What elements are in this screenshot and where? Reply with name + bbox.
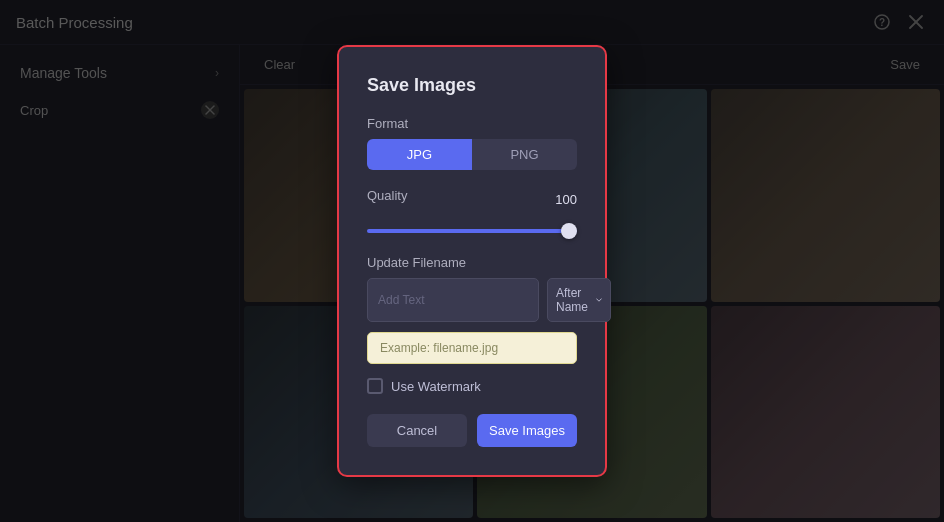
- after-name-select[interactable]: After Name: [547, 278, 611, 322]
- jpg-button[interactable]: JPG: [367, 139, 472, 170]
- app-window: Batch Processing ? Manage Tools ›: [0, 0, 944, 522]
- save-images-button[interactable]: Save Images: [477, 414, 577, 447]
- grid-area: Clear Save Save Images Format: [240, 45, 944, 522]
- add-text-input[interactable]: [367, 278, 539, 322]
- watermark-row: Use Watermark: [367, 378, 577, 394]
- modal-actions: Cancel Save Images: [367, 414, 577, 447]
- chevron-down-icon: [596, 297, 602, 303]
- example-filename: Example: filename.jpg: [367, 332, 577, 364]
- quality-label: Quality: [367, 188, 407, 203]
- filename-row: After Name: [367, 278, 577, 322]
- cancel-button[interactable]: Cancel: [367, 414, 467, 447]
- watermark-label: Use Watermark: [391, 379, 481, 394]
- quality-slider-container: [367, 219, 577, 237]
- save-images-modal: Save Images Format JPG PNG Quality 100: [337, 45, 607, 477]
- main-content: Manage Tools › Crop Clear Save: [0, 45, 944, 522]
- format-label: Format: [367, 116, 577, 131]
- after-name-label: After Name: [556, 286, 592, 314]
- format-buttons: JPG PNG: [367, 139, 577, 170]
- watermark-checkbox[interactable]: [367, 378, 383, 394]
- update-filename-label: Update Filename: [367, 255, 577, 270]
- modal-title: Save Images: [367, 75, 577, 96]
- quality-value: 100: [555, 192, 577, 207]
- png-button[interactable]: PNG: [472, 139, 577, 170]
- modal-overlay: Save Images Format JPG PNG Quality 100: [240, 45, 944, 522]
- quality-header: Quality 100: [367, 188, 577, 211]
- quality-slider[interactable]: [367, 229, 577, 233]
